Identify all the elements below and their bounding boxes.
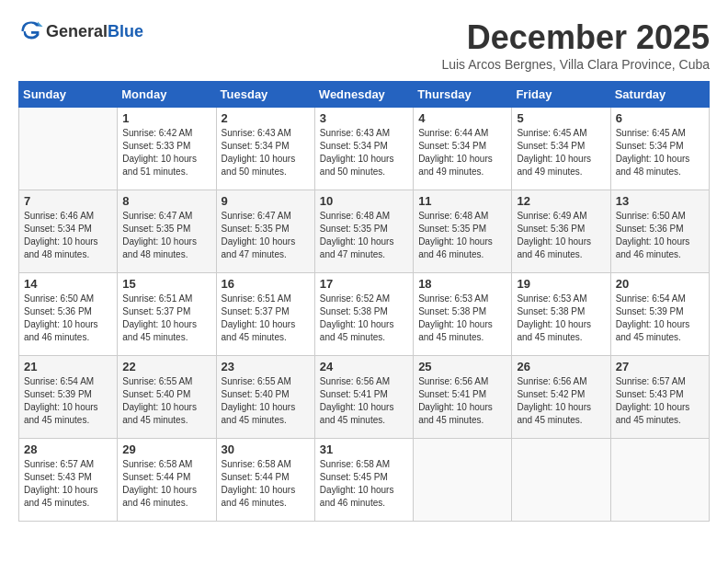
calendar-header-row: Sunday Monday Tuesday Wednesday Thursday…	[19, 82, 710, 108]
day-number: 13	[616, 194, 704, 208]
day-info: Sunrise: 6:48 AMSunset: 5:35 PMDaylight:…	[418, 211, 493, 259]
header-monday: Monday	[118, 82, 216, 108]
day-number: 2	[222, 111, 310, 125]
table-row: 8Sunrise: 6:47 AMSunset: 5:35 PMDaylight…	[118, 190, 216, 273]
table-row	[610, 439, 709, 522]
table-row: 27Sunrise: 6:57 AMSunset: 5:43 PMDayligh…	[610, 356, 709, 439]
day-info: Sunrise: 6:56 AMSunset: 5:41 PMDaylight:…	[418, 376, 493, 425]
calendar-week-row: 1Sunrise: 6:42 AMSunset: 5:33 PMDaylight…	[19, 108, 710, 190]
day-number: 23	[222, 360, 310, 373]
day-info: Sunrise: 6:48 AMSunset: 5:35 PMDaylight:…	[320, 211, 394, 259]
day-number: 10	[320, 194, 408, 208]
day-info: Sunrise: 6:43 AMSunset: 5:34 PMDaylight:…	[222, 128, 296, 177]
table-row: 15Sunrise: 6:51 AMSunset: 5:37 PMDayligh…	[118, 273, 216, 356]
table-row: 23Sunrise: 6:55 AMSunset: 5:40 PMDayligh…	[216, 356, 314, 439]
day-number: 3	[320, 111, 408, 125]
day-number: 17	[320, 277, 408, 291]
day-info: Sunrise: 6:49 AMSunset: 5:36 PMDaylight:…	[517, 211, 591, 259]
day-info: Sunrise: 6:58 AMSunset: 5:44 PMDaylight:…	[122, 459, 197, 508]
day-number: 7	[24, 194, 112, 208]
day-info: Sunrise: 6:55 AMSunset: 5:40 PMDaylight:…	[122, 376, 197, 425]
day-info: Sunrise: 6:54 AMSunset: 5:39 PMDaylight:…	[24, 376, 98, 425]
page-header: GeneralBlue December 2025 Luis Arcos Ber…	[18, 18, 710, 72]
day-info: Sunrise: 6:56 AMSunset: 5:41 PMDaylight:…	[320, 376, 394, 425]
month-title: December 2025	[441, 18, 710, 57]
table-row: 17Sunrise: 6:52 AMSunset: 5:38 PMDayligh…	[314, 273, 413, 356]
day-info: Sunrise: 6:57 AMSunset: 5:43 PMDaylight:…	[616, 376, 690, 425]
table-row: 10Sunrise: 6:48 AMSunset: 5:35 PMDayligh…	[314, 190, 413, 273]
table-row	[414, 439, 512, 522]
day-number: 4	[418, 111, 506, 125]
day-info: Sunrise: 6:55 AMSunset: 5:40 PMDaylight:…	[222, 376, 296, 425]
header-wednesday: Wednesday	[314, 82, 413, 108]
day-number: 18	[418, 277, 506, 291]
day-info: Sunrise: 6:43 AMSunset: 5:34 PMDaylight:…	[320, 128, 394, 177]
day-number: 19	[517, 277, 605, 291]
day-number: 31	[320, 442, 408, 456]
table-row: 26Sunrise: 6:56 AMSunset: 5:42 PMDayligh…	[512, 356, 610, 439]
day-number: 24	[320, 360, 408, 373]
day-info: Sunrise: 6:51 AMSunset: 5:37 PMDaylight:…	[122, 293, 197, 342]
logo: GeneralBlue	[18, 18, 143, 44]
day-info: Sunrise: 6:57 AMSunset: 5:43 PMDaylight:…	[24, 459, 98, 508]
table-row: 12Sunrise: 6:49 AMSunset: 5:36 PMDayligh…	[512, 190, 610, 273]
table-row: 3Sunrise: 6:43 AMSunset: 5:34 PMDaylight…	[314, 108, 413, 190]
calendar-week-row: 14Sunrise: 6:50 AMSunset: 5:36 PMDayligh…	[19, 273, 710, 356]
location-title: Luis Arcos Bergnes, Villa Clara Province…	[441, 57, 710, 72]
table-row: 2Sunrise: 6:43 AMSunset: 5:34 PMDaylight…	[216, 108, 314, 190]
header-tuesday: Tuesday	[216, 82, 314, 108]
day-info: Sunrise: 6:53 AMSunset: 5:38 PMDaylight:…	[418, 293, 493, 342]
day-number: 20	[616, 277, 704, 291]
day-info: Sunrise: 6:50 AMSunset: 5:36 PMDaylight:…	[24, 293, 98, 342]
day-number: 28	[24, 442, 112, 456]
table-row: 29Sunrise: 6:58 AMSunset: 5:44 PMDayligh…	[118, 439, 216, 522]
table-row	[19, 108, 118, 190]
day-number: 8	[122, 194, 210, 208]
logo-icon	[18, 18, 44, 44]
table-row: 18Sunrise: 6:53 AMSunset: 5:38 PMDayligh…	[414, 273, 512, 356]
table-row: 13Sunrise: 6:50 AMSunset: 5:36 PMDayligh…	[610, 190, 709, 273]
table-row: 5Sunrise: 6:45 AMSunset: 5:34 PMDaylight…	[512, 108, 610, 190]
day-info: Sunrise: 6:45 AMSunset: 5:34 PMDaylight:…	[517, 128, 591, 177]
table-row: 28Sunrise: 6:57 AMSunset: 5:43 PMDayligh…	[19, 439, 118, 522]
calendar-week-row: 21Sunrise: 6:54 AMSunset: 5:39 PMDayligh…	[19, 356, 710, 439]
day-info: Sunrise: 6:46 AMSunset: 5:34 PMDaylight:…	[24, 211, 98, 259]
table-row: 4Sunrise: 6:44 AMSunset: 5:34 PMDaylight…	[414, 108, 512, 190]
day-number: 25	[418, 360, 506, 373]
table-row: 24Sunrise: 6:56 AMSunset: 5:41 PMDayligh…	[314, 356, 413, 439]
day-number: 26	[517, 360, 605, 373]
table-row: 31Sunrise: 6:58 AMSunset: 5:45 PMDayligh…	[314, 439, 413, 522]
table-row: 19Sunrise: 6:53 AMSunset: 5:38 PMDayligh…	[512, 273, 610, 356]
table-row: 14Sunrise: 6:50 AMSunset: 5:36 PMDayligh…	[19, 273, 118, 356]
table-row: 9Sunrise: 6:47 AMSunset: 5:35 PMDaylight…	[216, 190, 314, 273]
header-sunday: Sunday	[19, 82, 118, 108]
table-row: 6Sunrise: 6:45 AMSunset: 5:34 PMDaylight…	[610, 108, 709, 190]
header-friday: Friday	[512, 82, 610, 108]
day-number: 1	[122, 111, 210, 125]
day-number: 14	[24, 277, 112, 291]
calendar-table: Sunday Monday Tuesday Wednesday Thursday…	[18, 81, 710, 522]
day-number: 5	[517, 111, 605, 125]
logo-blue: Blue	[108, 22, 143, 40]
day-info: Sunrise: 6:42 AMSunset: 5:33 PMDaylight:…	[122, 128, 197, 177]
table-row: 30Sunrise: 6:58 AMSunset: 5:44 PMDayligh…	[216, 439, 314, 522]
table-row: 25Sunrise: 6:56 AMSunset: 5:41 PMDayligh…	[414, 356, 512, 439]
table-row: 7Sunrise: 6:46 AMSunset: 5:34 PMDaylight…	[19, 190, 118, 273]
day-number: 30	[222, 442, 310, 456]
day-info: Sunrise: 6:54 AMSunset: 5:39 PMDaylight:…	[616, 293, 690, 342]
day-number: 27	[616, 360, 704, 373]
logo-text: GeneralBlue	[46, 22, 143, 41]
day-number: 21	[24, 360, 112, 373]
day-info: Sunrise: 6:51 AMSunset: 5:37 PMDaylight:…	[222, 293, 296, 342]
table-row: 21Sunrise: 6:54 AMSunset: 5:39 PMDayligh…	[19, 356, 118, 439]
day-info: Sunrise: 6:58 AMSunset: 5:44 PMDaylight:…	[222, 459, 296, 508]
table-row: 11Sunrise: 6:48 AMSunset: 5:35 PMDayligh…	[414, 190, 512, 273]
calendar-week-row: 28Sunrise: 6:57 AMSunset: 5:43 PMDayligh…	[19, 439, 710, 522]
title-block: December 2025 Luis Arcos Bergnes, Villa …	[441, 18, 710, 72]
table-row: 22Sunrise: 6:55 AMSunset: 5:40 PMDayligh…	[118, 356, 216, 439]
day-number: 15	[122, 277, 210, 291]
table-row: 1Sunrise: 6:42 AMSunset: 5:33 PMDaylight…	[118, 108, 216, 190]
day-number: 11	[418, 194, 506, 208]
day-number: 9	[222, 194, 310, 208]
logo-general: General	[46, 22, 108, 40]
